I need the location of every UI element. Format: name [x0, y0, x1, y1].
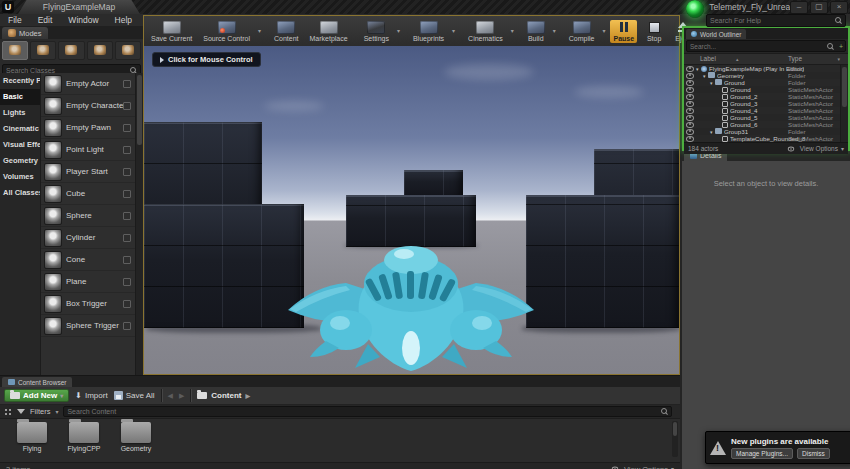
help-search-box[interactable]: [706, 14, 846, 27]
drag-grip-icon[interactable]: [123, 234, 131, 242]
list-item[interactable]: Box Trigger: [41, 293, 135, 315]
drag-grip-icon[interactable]: [123, 212, 131, 220]
import-button[interactable]: ⬇ Import: [75, 391, 107, 400]
geometry-mode-icon[interactable]: [115, 41, 141, 60]
folder-geometry[interactable]: Geometry: [116, 422, 156, 462]
help-search-input[interactable]: [707, 17, 835, 24]
chevron-down-icon[interactable]: ▾: [602, 28, 605, 34]
chevron-down-icon[interactable]: ▾: [397, 28, 400, 34]
back-arrow-icon[interactable]: ◀: [168, 392, 173, 400]
scrollbar[interactable]: [840, 65, 848, 142]
category-cinematic[interactable]: Cinematic: [0, 121, 40, 137]
menu-window[interactable]: Window: [60, 15, 106, 25]
list-item[interactable]: Cube: [41, 183, 135, 205]
level-viewport[interactable]: Click for Mouse Control: [144, 46, 679, 374]
tab-modes[interactable]: Modes: [2, 27, 48, 39]
content-view-options[interactable]: View Options ▾: [609, 465, 674, 469]
menu-file[interactable]: File: [0, 15, 30, 25]
list-item[interactable]: Empty Pawn: [41, 117, 135, 139]
visibility-eye-icon[interactable]: [686, 66, 694, 72]
visibility-eye-icon[interactable]: [686, 80, 694, 86]
blueprints-button[interactable]: Blueprints: [410, 20, 447, 43]
content-search-input[interactable]: [64, 408, 661, 415]
list-item[interactable]: Empty Character: [41, 95, 135, 117]
visibility-eye-icon[interactable]: [686, 122, 694, 128]
tab-world-outliner[interactable]: World Outliner: [686, 29, 746, 39]
drag-grip-icon[interactable]: [123, 322, 131, 330]
mouse-control-hint[interactable]: Click for Mouse Control: [152, 52, 261, 67]
outliner-search-box[interactable]: +: [686, 40, 846, 52]
drag-grip-icon[interactable]: [123, 278, 131, 286]
drag-grip-icon[interactable]: [123, 102, 131, 110]
list-item[interactable]: Plane: [41, 271, 135, 293]
chevron-down-icon[interactable]: ▾: [553, 28, 556, 34]
category-volumes[interactable]: Volumes: [0, 169, 40, 185]
table-row[interactable]: GroundStaticMeshActor: [684, 86, 848, 93]
paint-mode-icon[interactable]: [30, 41, 56, 60]
menu-help[interactable]: Help: [107, 15, 140, 25]
breadcrumb[interactable]: Content ▶: [197, 391, 250, 400]
add-new-button[interactable]: Add New ▾: [4, 389, 69, 402]
chevron-down-icon[interactable]: ▾: [511, 28, 514, 34]
chevron-right-icon[interactable]: ▶: [246, 392, 251, 399]
drag-grip-icon[interactable]: [123, 80, 131, 88]
landscape-mode-icon[interactable]: [58, 41, 84, 60]
visibility-eye-icon[interactable]: [686, 101, 694, 107]
table-row[interactable]: ▾FlyingExampleMap (Play In Editor)World: [684, 65, 848, 72]
list-item[interactable]: Player Start: [41, 161, 135, 183]
visibility-eye-icon[interactable]: [686, 87, 694, 93]
scrollbar[interactable]: [135, 73, 143, 375]
list-item[interactable]: Point Light: [41, 139, 135, 161]
source-control-button[interactable]: Source Control: [200, 20, 253, 43]
chevron-down-icon[interactable]: ▾: [452, 28, 455, 34]
folder-flying[interactable]: Flying: [12, 422, 52, 462]
table-row[interactable]: TemplateCube_Rounded_8StaticMeshActor: [684, 135, 848, 142]
table-row[interactable]: ▾GeometryFolder: [684, 72, 848, 79]
dismiss-button[interactable]: Dismiss: [797, 448, 830, 459]
tab-content-browser[interactable]: Content Browser: [2, 377, 72, 387]
category-basic[interactable]: Basic: [0, 89, 40, 105]
forward-arrow-icon[interactable]: ▶: [179, 392, 184, 400]
visibility-eye-icon[interactable]: [686, 108, 694, 114]
outliner-view-options[interactable]: View Options ▾: [785, 145, 844, 152]
level-tab[interactable]: FlyingExampleMap: [18, 0, 140, 14]
list-item[interactable]: Sphere: [41, 205, 135, 227]
scrollbar[interactable]: [672, 421, 678, 457]
chevron-down-icon[interactable]: ▾: [258, 28, 261, 34]
folder-flyingcpp[interactable]: FlyingCPP: [64, 422, 104, 462]
drag-grip-icon[interactable]: [123, 124, 131, 132]
category-geometry[interactable]: Geometry: [0, 153, 40, 169]
foliage-mode-icon[interactable]: [87, 41, 113, 60]
table-row[interactable]: Ground_4StaticMeshActor: [684, 107, 848, 114]
save-all-button[interactable]: Save All: [114, 391, 155, 400]
visibility-eye-icon[interactable]: [686, 129, 694, 135]
category-all-classes[interactable]: All Classes: [0, 185, 40, 201]
list-item[interactable]: Cylinder: [41, 227, 135, 249]
table-row[interactable]: Ground_6StaticMeshActor: [684, 121, 848, 128]
table-row[interactable]: ▾GroundFolder: [684, 79, 848, 86]
minimize-button[interactable]: –: [790, 1, 808, 14]
close-button[interactable]: ×: [830, 1, 848, 14]
drag-grip-icon[interactable]: [123, 300, 131, 308]
settings-button[interactable]: Settings: [361, 20, 392, 43]
table-row[interactable]: Ground_5StaticMeshActor: [684, 114, 848, 121]
outliner-search-input[interactable]: [687, 43, 827, 50]
pause-button[interactable]: Pause: [610, 20, 637, 43]
marketplace-button[interactable]: Marketplace: [307, 20, 351, 43]
visibility-eye-icon[interactable]: [686, 73, 694, 79]
category-lights[interactable]: Lights: [0, 105, 40, 121]
save-current-button[interactable]: Save Current: [148, 20, 195, 43]
menu-edit[interactable]: Edit: [30, 15, 61, 25]
chevron-down-icon[interactable]: ▾: [837, 54, 840, 64]
table-row[interactable]: Ground_2StaticMeshActor: [684, 93, 848, 100]
compile-button[interactable]: Compile: [566, 20, 598, 43]
category-visual-effects[interactable]: Visual Effects: [0, 137, 40, 153]
drag-grip-icon[interactable]: [123, 190, 131, 198]
manage-plugins-button[interactable]: Manage Plugins...: [731, 448, 793, 459]
placement-mode-icon[interactable]: [2, 41, 28, 60]
list-item[interactable]: Cone: [41, 249, 135, 271]
content-button[interactable]: Content: [271, 20, 302, 43]
list-item[interactable]: Empty Actor: [41, 73, 135, 95]
table-row[interactable]: ▾Group31Folder: [684, 128, 848, 135]
build-button[interactable]: Build: [524, 20, 548, 43]
